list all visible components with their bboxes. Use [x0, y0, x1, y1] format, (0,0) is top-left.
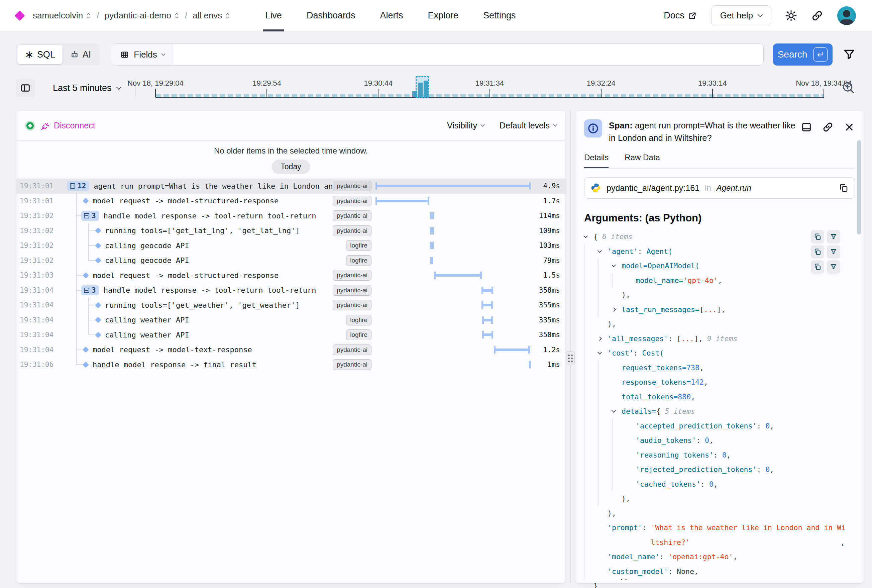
indent-guide — [598, 302, 612, 317]
nav-item-explore[interactable]: Explore — [428, 0, 459, 32]
share-link-button[interactable] — [811, 10, 823, 22]
axis-tick-label: 19:30:44 — [364, 79, 393, 88]
default-levels-dropdown[interactable]: Default levels — [499, 121, 557, 130]
nav-item-alerts[interactable]: Alerts — [380, 0, 403, 32]
trace-row[interactable]: 19:31:04calling weather APIlogfire350ms — [16, 327, 565, 342]
trace-row[interactable]: 19:31:02calling geocode APIlogfire103ms — [16, 238, 565, 253]
scope-tag: pydantic-ai — [333, 270, 372, 280]
indent-guide — [598, 419, 612, 434]
sidebar-toggle-button[interactable] — [16, 79, 35, 98]
duration-bar[interactable] — [376, 197, 429, 205]
trace-tree-cell: model request -> model-text-responsepyda… — [52, 345, 376, 355]
copy-value-button[interactable] — [811, 230, 824, 243]
duration-bar[interactable] — [376, 182, 530, 190]
code-token: : — [668, 564, 677, 579]
fields-dropdown-button[interactable]: Fields — [112, 44, 173, 65]
nav-item-dashboards[interactable]: Dashboards — [307, 0, 355, 32]
copy-value-button[interactable] — [811, 260, 824, 274]
trace-row[interactable]: 19:31:03model request -> model-structure… — [16, 268, 565, 283]
duration-bar[interactable] — [430, 257, 433, 264]
collapse-badge[interactable]: 3 — [81, 211, 99, 221]
tab-raw-data[interactable]: Raw Data — [625, 153, 660, 168]
axis-tick-label: Nov 18, 19:29:04 — [127, 79, 184, 88]
trace-row[interactable]: 19:31:02calling geocode APIlogfire79ms — [16, 253, 565, 268]
breadcrumb-samuelcolvin[interactable]: samuelcolvin — [33, 10, 91, 21]
trace-row[interactable]: 19:31:04running tools=['get_weather', 'g… — [16, 298, 565, 313]
toggle-expanded-icon[interactable] — [612, 265, 622, 267]
filter-by-value-button[interactable] — [827, 245, 840, 258]
toggle-collapsed-icon[interactable] — [598, 337, 608, 340]
trace-tree-cell: 12agent run prompt=What is the weather l… — [52, 181, 376, 191]
trace-row[interactable]: 19:31:02running tools=['get_lat_lng', 'g… — [16, 224, 565, 238]
toggle-expanded-icon[interactable] — [584, 236, 593, 237]
duration-bar[interactable] — [482, 316, 493, 324]
copy-source-button[interactable] — [839, 183, 849, 193]
time-axis[interactable]: Nov 18, 19:29:0419:29:5419:30:4419:31:34… — [156, 74, 824, 102]
trace-tree-cell: running tools=['get_lat_lng', 'get_lat_l… — [52, 225, 376, 236]
histogram-selection[interactable] — [416, 76, 429, 98]
source-location-card[interactable]: pydantic_ai/agent.py:161 in Agent.run — [584, 177, 855, 199]
docs-link[interactable]: Docs — [664, 10, 697, 21]
disconnect-button[interactable]: Disconnect — [40, 121, 95, 131]
duration-bar[interactable] — [529, 361, 530, 368]
copy-value-button[interactable] — [811, 245, 824, 258]
trace-row[interactable]: 19:31:01model request -> model-structure… — [16, 194, 565, 209]
code-token: ], — [717, 302, 725, 317]
search-button[interactable]: Search ↵ — [773, 44, 833, 66]
today-chip[interactable]: Today — [272, 159, 310, 174]
trace-row[interactable]: 19:31:06handle model response -> final r… — [16, 357, 565, 372]
tab-details[interactable]: Details — [584, 153, 608, 168]
trace-row[interactable]: 19:31:043handle model response -> tool-r… — [16, 283, 565, 298]
duration-bar[interactable] — [481, 302, 493, 309]
user-avatar[interactable] — [837, 6, 856, 25]
trace-row[interactable]: 19:31:04model request -> model-text-resp… — [16, 342, 565, 357]
theme-toggle-button[interactable] — [785, 10, 797, 22]
duration-bar[interactable] — [482, 331, 493, 339]
trace-timestamp: 19:31:04 — [20, 316, 52, 324]
filter-by-value-button[interactable] — [827, 230, 840, 243]
trace-row[interactable]: 19:31:04calling weather APIlogfire335ms — [16, 313, 565, 328]
logfire-logo-icon[interactable] — [14, 10, 25, 21]
panel-resize-handle[interactable] — [566, 351, 575, 365]
toggle-expanded-icon[interactable] — [612, 410, 622, 412]
duration-bar[interactable] — [494, 346, 530, 354]
collapse-count: 3 — [91, 286, 96, 294]
span-title-prefix: Span: — [609, 121, 632, 130]
indent-guide — [584, 390, 598, 404]
duration-bar[interactable] — [430, 242, 434, 249]
breadcrumb-all envs[interactable]: all envs — [193, 10, 230, 21]
toggle-collapsed-icon[interactable] — [612, 308, 622, 311]
time-range-dropdown[interactable]: Last 5 minutes — [53, 83, 121, 93]
trace-label: model request -> model-structured-respon… — [93, 196, 279, 205]
close-panel-button[interactable] — [844, 122, 855, 133]
filter-button[interactable] — [843, 48, 856, 62]
duration-value: 358ms — [530, 286, 565, 294]
get-help-button[interactable]: Get help — [711, 5, 771, 26]
toggle-expanded-icon[interactable] — [598, 250, 608, 252]
toggle-expanded-icon[interactable] — [598, 352, 608, 354]
indent-guide — [584, 244, 598, 259]
duration-bar[interactable] — [430, 212, 435, 219]
collapse-badge[interactable]: 12 — [67, 181, 89, 191]
trace-row[interactable]: 19:31:023handle model response -> tool-r… — [16, 208, 565, 224]
copy-span-link-button[interactable] — [822, 122, 833, 133]
duration-bar[interactable] — [434, 272, 481, 279]
search-query-input[interactable] — [173, 44, 763, 65]
breadcrumb-pydantic-ai-demo[interactable]: pydantic-ai-demo — [105, 10, 180, 21]
dock-bottom-button[interactable] — [801, 122, 812, 133]
detail-scrollbar-thumb[interactable] — [857, 140, 861, 234]
filter-by-value-button[interactable] — [827, 260, 840, 274]
visibility-dropdown[interactable]: Visibility — [447, 121, 484, 130]
gantt-cell — [376, 224, 530, 238]
nav-item-live[interactable]: Live — [265, 0, 282, 32]
sql-mode-button[interactable]: ∗ SQL — [17, 45, 63, 64]
timeline-zoom-button[interactable] — [841, 80, 856, 96]
collapse-badge[interactable]: 3 — [81, 285, 99, 296]
nav-item-settings[interactable]: Settings — [483, 0, 516, 32]
duration-bar[interactable] — [430, 227, 434, 234]
span-title-text: agent run prompt=What is the weather lik… — [609, 121, 796, 142]
duration-bar[interactable] — [481, 286, 493, 294]
trace-label: model request -> model-structured-respon… — [93, 271, 279, 280]
ai-mode-button[interactable]: AI — [63, 50, 99, 60]
trace-row[interactable]: 19:31:0112agent run prompt=What is the w… — [16, 178, 565, 194]
